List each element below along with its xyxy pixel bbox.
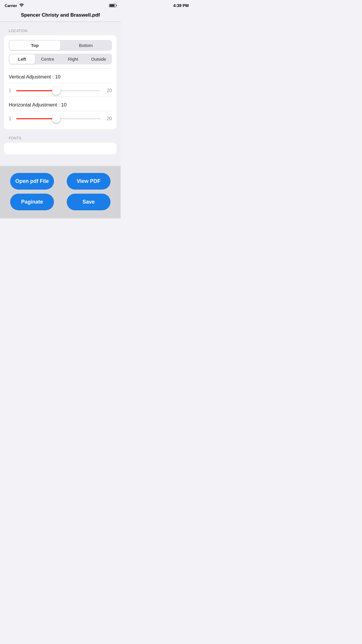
status-bar: Carrier 4:39 PM <box>0 0 121 10</box>
vertical-slider[interactable] <box>16 87 101 95</box>
divider-4 <box>9 111 112 111</box>
vertical-adjustment-label: Vertical Adjustment : 10 <box>9 72 112 83</box>
view-pdf-button[interactable]: View PDF <box>67 173 110 190</box>
divider-2 <box>9 83 112 83</box>
wifi-icon <box>19 3 24 8</box>
segment-left[interactable]: Left <box>9 54 35 64</box>
paginate-button[interactable]: Paginate <box>10 194 54 210</box>
horizontal-slider-thumb[interactable] <box>52 115 60 123</box>
location-section: LOCATION Top Bottom Left Centre Right Ou… <box>4 29 117 129</box>
carrier-label: Carrier <box>5 4 17 8</box>
horizontal-slider-row: 1 20 <box>9 115 112 125</box>
bottom-bar: Open pdf File View PDF Paginate Save <box>0 166 121 218</box>
segment-bottom[interactable]: Bottom <box>60 41 111 50</box>
top-bottom-segmented[interactable]: Top Bottom <box>9 40 112 51</box>
nav-title-text: Spencer Christy and Braswell.pdf <box>21 12 100 18</box>
segment-outside[interactable]: Outside <box>86 54 112 64</box>
vertical-slider-thumb[interactable] <box>52 87 60 95</box>
fonts-section-label: FONTS <box>4 136 117 143</box>
segment-centre[interactable]: Centre <box>35 54 61 64</box>
divider-1 <box>9 69 112 69</box>
scroll-content: LOCATION Top Bottom Left Centre Right Ou… <box>0 22 121 166</box>
svg-point-0 <box>21 6 22 7</box>
horizontal-slider[interactable] <box>16 115 101 123</box>
divider-3 <box>9 97 112 97</box>
horizontal-adjustment-label: Horizontal Adjustment : 10 <box>9 100 112 111</box>
location-card: Top Bottom Left Centre Right Outside Ver… <box>4 35 117 129</box>
fonts-card <box>4 143 117 154</box>
horizontal-track-fill <box>16 118 56 119</box>
vertical-track-fill <box>16 90 56 91</box>
horizontal-slider-min: 1 <box>9 116 13 121</box>
segment-right[interactable]: Right <box>60 54 86 64</box>
carrier-wifi: Carrier <box>5 3 24 8</box>
nav-title-bar: Spencer Christy and Braswell.pdf <box>0 10 121 22</box>
vertical-slider-row: 1 20 <box>9 87 112 97</box>
open-pdf-button[interactable]: Open pdf File <box>10 173 54 190</box>
battery-fill <box>110 4 115 7</box>
segment-top[interactable]: Top <box>9 41 60 50</box>
fonts-section: FONTS <box>4 136 117 154</box>
vertical-slider-min: 1 <box>9 88 13 93</box>
battery-indicator <box>109 4 116 7</box>
save-button[interactable]: Save <box>67 194 110 210</box>
battery-icon <box>109 4 116 7</box>
position-segmented[interactable]: Left Centre Right Outside <box>9 54 112 64</box>
location-section-label: LOCATION <box>4 29 117 35</box>
horizontal-slider-max: 20 <box>104 116 112 121</box>
vertical-slider-max: 20 <box>104 88 112 93</box>
